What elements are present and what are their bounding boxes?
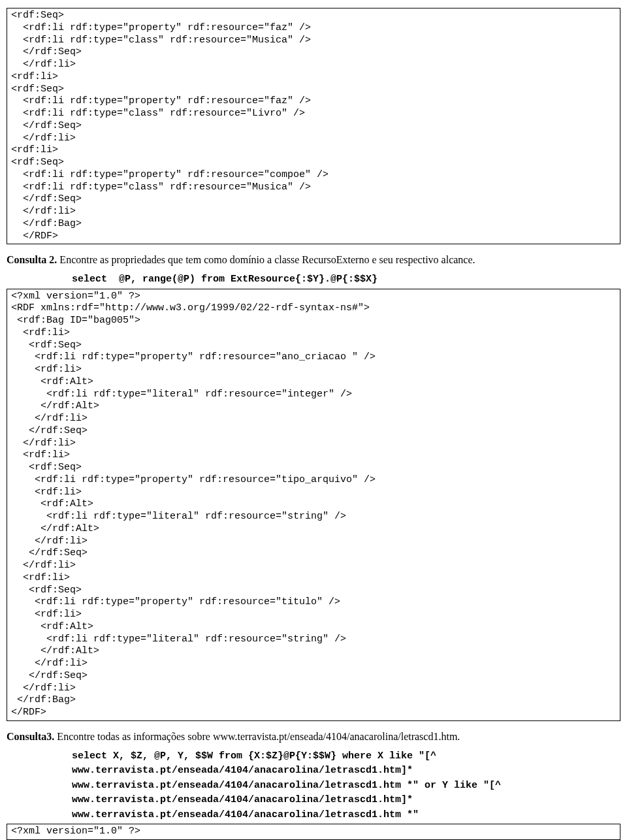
consulta3-text: Encontre todas as informações sobre www.… <box>54 731 460 742</box>
consulta3-label: Consulta3. <box>7 731 54 742</box>
consulta2-query: select @P, range(@P) from ExtResource{:$… <box>72 272 620 287</box>
consulta2-paragraph: Consulta 2. Encontre as propriedades que… <box>7 253 620 267</box>
consulta2-text: Encontre as propriedades que tem como do… <box>57 254 475 265</box>
consulta2-label: Consulta 2. <box>7 254 57 265</box>
consulta3-query: select X, $Z, @P, Y, $$W from {X:$Z}@P{Y… <box>72 749 620 823</box>
code-block-3: <?xml version="1.0" ?> <box>7 824 620 840</box>
code-block-1: <rdf:Seq> <rdf:li rdf:type="property" rd… <box>7 8 620 244</box>
code-block-2: <?xml version="1.0" ?> <RDF xmlns:rdf="h… <box>7 289 620 721</box>
consulta3-paragraph: Consulta3. Encontre todas as informações… <box>7 730 620 744</box>
